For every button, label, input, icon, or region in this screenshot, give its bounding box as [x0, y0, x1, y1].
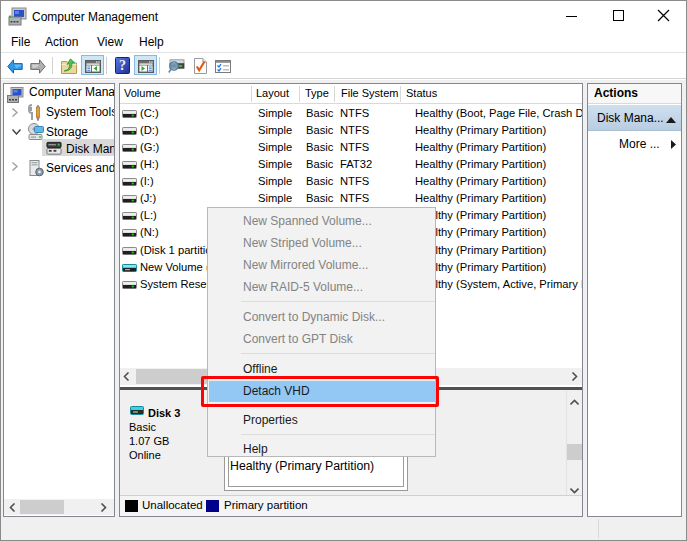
svg-text:?: ?: [119, 58, 126, 73]
